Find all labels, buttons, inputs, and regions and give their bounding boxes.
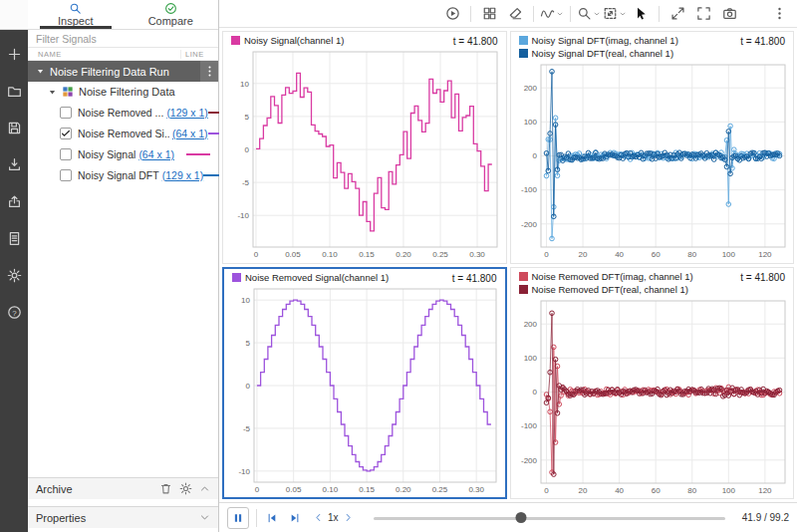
legend-label: Noise Removed DFT(real, channel 1) — [532, 284, 688, 295]
svg-text:80: 80 — [687, 250, 696, 259]
save-button[interactable] — [2, 116, 26, 139]
svg-text:20: 20 — [578, 486, 587, 495]
svg-text:0: 0 — [544, 486, 549, 495]
step-forward-button[interactable] — [287, 509, 303, 527]
chart-noise-removed-dft[interactable]: Noise Removed DFT(imag, channel 1)Noise … — [510, 267, 795, 500]
signal-dims-link[interactable]: (129 x 1) — [162, 169, 203, 181]
playback-slider[interactable] — [374, 509, 725, 527]
svg-text:100: 100 — [523, 118, 537, 127]
signal-row[interactable]: Noise Removed ...(129 x 1) — [28, 102, 218, 123]
svg-text:0.25: 0.25 — [432, 250, 448, 259]
export-button[interactable] — [2, 189, 26, 213]
expand-button[interactable] — [665, 2, 689, 26]
properties-bar[interactable]: Properties — [28, 506, 218, 528]
chart-legend: Noise Removed Signal(channel 1) — [232, 272, 389, 283]
chart-canvas: 0204060801001202001000-100-200 — [511, 32, 794, 263]
playback-slider-handle[interactable] — [515, 512, 526, 523]
signal-checkbox[interactable] — [60, 169, 72, 181]
svg-text:0: 0 — [245, 145, 250, 154]
signal-row[interactable]: Noise Removed Si...(64 x 1) — [28, 123, 218, 143]
column-header-line: LINE — [180, 50, 212, 59]
toolbar-separator — [659, 6, 660, 22]
speed-down-button[interactable] — [310, 509, 326, 527]
expander-icon — [48, 88, 57, 97]
signal-checkbox[interactable] — [60, 128, 72, 139]
step-back-button[interactable] — [264, 509, 280, 527]
open-button[interactable] — [2, 79, 26, 103]
svg-text:-200: -200 — [520, 220, 537, 229]
sidebar: Inspect Compare NAME LINE Noise Filterin… — [28, 0, 219, 532]
tab-compare[interactable]: Compare — [124, 0, 219, 29]
snapshot-button[interactable] — [717, 2, 741, 26]
pause-button[interactable] — [227, 507, 249, 529]
signal-dims-link[interactable]: (64 x 1) — [138, 148, 174, 160]
run-menu-button[interactable] — [200, 61, 218, 82]
chart-series — [546, 118, 779, 238]
group-title: Noise Filtering Data — [79, 86, 175, 98]
playback-bar: 1x 41.9 / 99.2 — [219, 502, 797, 532]
check-circle-icon — [164, 2, 177, 15]
zoom-button[interactable] — [577, 2, 601, 26]
fullscreen-button[interactable] — [691, 2, 715, 26]
legend-item: Noisy Signal DFT(real, channel 1) — [519, 48, 678, 59]
archive-bar[interactable]: Archive — [28, 477, 218, 499]
signal-row[interactable]: Noisy Signal DFT (129 x 1) — [28, 164, 218, 185]
toolbar-separator — [470, 6, 471, 22]
slider-track[interactable] — [374, 517, 725, 520]
clear-plots-button[interactable] — [503, 2, 527, 26]
import-button[interactable] — [2, 152, 26, 176]
filter-signals-input[interactable] — [36, 33, 210, 45]
chart-legend: Noisy Signal(channel 1) — [231, 35, 344, 46]
time-cursor-label: t = 41.800 — [740, 36, 785, 47]
pointer-button[interactable] — [629, 2, 653, 26]
legend-swatch — [519, 49, 528, 58]
signal-checkbox[interactable] — [60, 107, 72, 119]
archive-label: Archive — [36, 483, 73, 495]
chart-canvas: 0204060801001202001000-100-200 — [511, 268, 794, 499]
step-run-button[interactable] — [440, 2, 464, 26]
chart-noise-removed-signal[interactable]: Noise Removed Signal(channel 1)t = 41.80… — [222, 267, 507, 500]
signal-checkbox[interactable] — [60, 148, 72, 160]
report-button[interactable] — [2, 226, 26, 250]
legend-swatch — [232, 273, 241, 282]
pause-icon — [232, 512, 244, 524]
signal-row[interactable]: Noisy Signal (64 x 1) — [28, 143, 218, 164]
legend-item: Noise Removed DFT(real, channel 1) — [519, 284, 693, 295]
fit-to-view-button[interactable] — [603, 2, 627, 26]
chevron-down-icon[interactable] — [199, 512, 210, 523]
legend-label: Noise Removed DFT(imag, channel 1) — [532, 271, 693, 282]
group-row[interactable]: Noise Filtering Data — [28, 82, 218, 102]
chart-legend: Noise Removed DFT(imag, channel 1)Noise … — [519, 271, 693, 295]
svg-text:0: 0 — [254, 250, 259, 259]
trash-icon[interactable] — [159, 482, 172, 495]
signal-dims-link[interactable]: (64 x 1) — [172, 128, 208, 139]
svg-text:80: 80 — [687, 486, 696, 495]
app-root: ? Inspect Compare NAME LINE Noise Filter… — [0, 0, 797, 532]
signal-name: Noise Removed Si... — [78, 128, 169, 139]
tab-inspect[interactable]: Inspect — [28, 0, 124, 29]
svg-text:0.20: 0.20 — [396, 485, 411, 494]
subplot-layout-button[interactable] — [477, 2, 501, 26]
legend-swatch — [231, 36, 240, 45]
preferences-button[interactable] — [2, 263, 26, 287]
chart-noisy-signal[interactable]: Noisy Signal(channel 1)t = 41.80000.050.… — [222, 31, 507, 264]
svg-text:-5: -5 — [242, 178, 250, 187]
chart-noisy-dft[interactable]: Noisy Signal DFT(imag, channel 1)Noisy S… — [510, 31, 795, 264]
svg-text:?: ? — [12, 308, 17, 317]
speed-label: 1x — [327, 512, 340, 523]
signal-style-button[interactable] — [540, 2, 564, 26]
add-button[interactable] — [2, 42, 26, 66]
svg-text:-5: -5 — [243, 423, 251, 432]
speed-up-button[interactable] — [341, 509, 357, 527]
left-toolbar-icons: ? — [0, 30, 28, 532]
signal-name: Noise Removed ... — [78, 107, 163, 119]
more-menu-button[interactable] — [767, 2, 791, 26]
chevron-up-icon[interactable] — [199, 483, 210, 494]
legend-label: Noisy Signal DFT(real, channel 1) — [532, 48, 674, 59]
signal-dims-link[interactable]: (129 x 1) — [166, 107, 207, 119]
time-cursor-label: t = 41.800 — [740, 272, 785, 283]
toolbar-separator — [533, 6, 534, 22]
help-button[interactable]: ? — [2, 300, 26, 324]
run-header[interactable]: Noise Filtering Data Run — [28, 61, 218, 82]
gear-icon[interactable] — [179, 482, 192, 495]
